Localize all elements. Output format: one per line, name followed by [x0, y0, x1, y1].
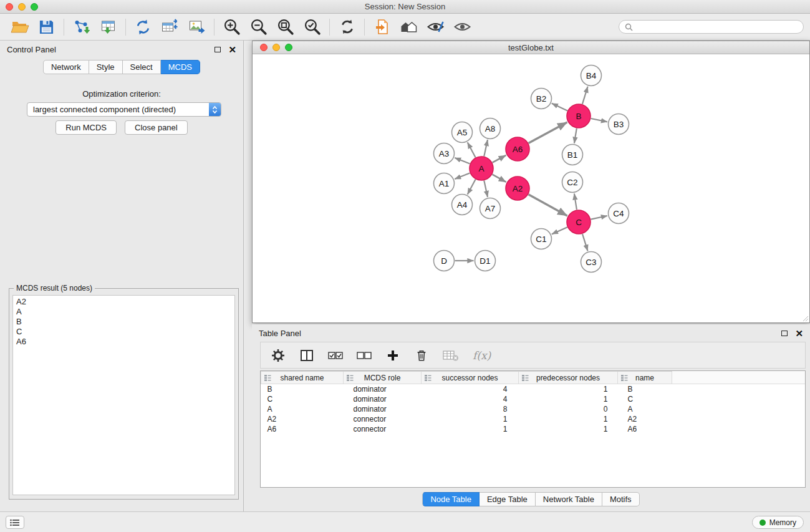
- graph-edge-B-B4[interactable]: [582, 87, 588, 104]
- graph-edge-A-A5[interactable]: [468, 142, 476, 157]
- graph-edge-B-B2[interactable]: [552, 104, 567, 111]
- table-panel-float-icon[interactable]: [781, 331, 788, 336]
- export-image-button[interactable]: [183, 16, 210, 38]
- table-cell[interactable]: C: [261, 394, 344, 404]
- column-header-successor-nodes[interactable]: successor nodes: [422, 372, 519, 384]
- column-header-shared-name[interactable]: shared name: [261, 372, 344, 384]
- table-row[interactable]: A6connector11A6: [261, 424, 806, 434]
- tab-node-table[interactable]: Node Table: [422, 492, 480, 506]
- criterion-dropdown[interactable]: largest connected component (directed): [27, 102, 221, 117]
- graph-node-A7[interactable]: A7: [480, 198, 501, 219]
- float-panel-icon[interactable]: [215, 47, 221, 52]
- reload-network-button[interactable]: [130, 16, 157, 38]
- column-header-MCDS-role[interactable]: MCDS role: [344, 372, 422, 384]
- network-canvas[interactable]: AA1A2A3A4A5A6A7A8BB1B2B3B4CC1C2C3C4DD1: [253, 54, 809, 322]
- graph-node-B4[interactable]: B4: [581, 65, 602, 86]
- open-session-button[interactable]: [6, 16, 33, 38]
- result-item[interactable]: C: [16, 327, 231, 337]
- mcds-result-list[interactable]: A2ABCA6: [12, 295, 235, 495]
- table-row[interactable]: Adominator80A: [261, 404, 806, 414]
- control-panel-close-icon[interactable]: ✕: [228, 45, 236, 54]
- export-table-button[interactable]: [157, 16, 183, 38]
- zoom-selected-button[interactable]: [299, 16, 325, 38]
- graph-edge-B-B3[interactable]: [591, 118, 607, 122]
- sort-icon[interactable]: [522, 375, 529, 381]
- table-cell[interactable]: 1: [519, 424, 618, 434]
- graph-node-A[interactable]: A: [470, 157, 493, 180]
- graph-node-B2[interactable]: B2: [531, 89, 552, 109]
- graph-edge-C-C2[interactable]: [574, 193, 577, 210]
- tab-mcds[interactable]: MCDS: [161, 60, 200, 74]
- result-item[interactable]: A: [16, 307, 231, 317]
- table-cell[interactable]: connector: [344, 424, 422, 434]
- table-cell[interactable]: B: [261, 384, 344, 395]
- table-cell[interactable]: dominator: [344, 384, 422, 395]
- run-mcds-button[interactable]: Run MCDS: [55, 120, 117, 135]
- tab-network[interactable]: Network: [43, 60, 89, 74]
- table-panel-close-icon[interactable]: ✕: [795, 329, 803, 338]
- document-app-button[interactable]: [369, 16, 395, 38]
- table-cell[interactable]: dominator: [344, 394, 422, 404]
- create-column-button[interactable]: [385, 350, 400, 361]
- sort-icon[interactable]: [347, 375, 354, 381]
- graph-edge-A-A1[interactable]: [455, 173, 470, 179]
- graph-node-A4[interactable]: A4: [452, 195, 473, 215]
- table-cell[interactable]: A: [261, 404, 344, 414]
- delete-table-button[interactable]: [443, 349, 459, 362]
- table-cell[interactable]: A6: [261, 424, 344, 434]
- graph-edge-A-A4[interactable]: [468, 180, 476, 195]
- graph-node-B3[interactable]: B3: [609, 114, 629, 135]
- graph-node-B[interactable]: B: [567, 104, 591, 128]
- table-cell[interactable]: 4: [422, 384, 519, 395]
- import-table-button[interactable]: [95, 16, 122, 38]
- table-cell[interactable]: A2: [618, 414, 672, 424]
- table-cell[interactable]: 1: [519, 394, 618, 404]
- zoom-out-button[interactable]: [245, 16, 272, 38]
- column-header-name[interactable]: name: [618, 372, 672, 384]
- table-cell[interactable]: A2: [261, 414, 344, 424]
- tab-network-table[interactable]: Network Table: [536, 492, 602, 506]
- net-close-button[interactable]: [260, 44, 268, 51]
- table-cell[interactable]: dominator: [344, 404, 422, 414]
- result-item[interactable]: A6: [16, 337, 231, 347]
- resize-grip-icon[interactable]: [801, 314, 809, 322]
- close-window-button[interactable]: [6, 3, 13, 11]
- tab-style[interactable]: Style: [89, 60, 123, 74]
- save-session-button[interactable]: [33, 16, 60, 38]
- tab-select[interactable]: Select: [123, 60, 161, 74]
- minimize-window-button[interactable]: [18, 3, 26, 11]
- net-minimize-button[interactable]: [272, 44, 280, 51]
- annotate-view-button[interactable]: [422, 16, 449, 38]
- table-cell[interactable]: 0: [519, 404, 618, 414]
- graph-node-B1[interactable]: B1: [562, 145, 583, 165]
- show-columns-button[interactable]: [299, 349, 314, 362]
- deselect-all-columns-button[interactable]: [357, 352, 372, 359]
- table-cell[interactable]: 1: [519, 414, 618, 424]
- search-box[interactable]: [619, 20, 804, 34]
- table-row[interactable]: Cdominator41C: [261, 394, 806, 404]
- table-row[interactable]: A2connector11A2: [261, 414, 806, 424]
- sort-icon[interactable]: [425, 375, 432, 381]
- net-zoom-button[interactable]: [285, 44, 292, 51]
- graph-node-A3[interactable]: A3: [434, 143, 455, 164]
- graph-edge-C-C1[interactable]: [552, 227, 567, 234]
- graph-node-C[interactable]: C: [567, 210, 591, 234]
- function-builder-button[interactable]: f(x): [473, 349, 491, 362]
- table-cell[interactable]: A: [618, 404, 672, 414]
- tab-edge-table[interactable]: Edge Table: [480, 492, 536, 506]
- graph-edge-A-A7[interactable]: [484, 181, 488, 197]
- graph-edge-A2-C[interactable]: [529, 195, 567, 216]
- table-cell[interactable]: 8: [422, 404, 519, 414]
- graph-node-C3[interactable]: C3: [581, 252, 602, 273]
- graph-edge-A-A8[interactable]: [484, 140, 488, 156]
- table-cell[interactable]: A6: [618, 424, 672, 434]
- search-input[interactable]: [636, 22, 798, 31]
- table-settings-button[interactable]: [271, 349, 286, 362]
- graph-edge-A-A6[interactable]: [493, 155, 506, 163]
- result-item[interactable]: B: [16, 317, 231, 327]
- graph-edge-C-C4[interactable]: [591, 216, 607, 220]
- sort-icon[interactable]: [621, 375, 628, 381]
- homes-app-button[interactable]: [395, 16, 422, 38]
- delete-column-button[interactable]: [414, 349, 429, 362]
- zoom-window-button[interactable]: [31, 3, 38, 11]
